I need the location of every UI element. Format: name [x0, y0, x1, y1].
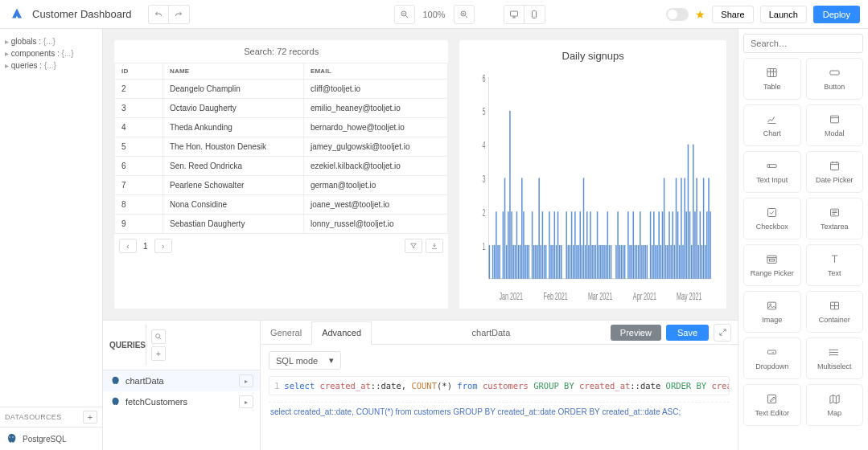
postgresql-icon — [109, 375, 121, 387]
component-text-input[interactable]: Text Input — [743, 151, 801, 193]
chart-widget[interactable]: Daily signups 123456Jan 2021Feb 2021Mar … — [459, 40, 726, 309]
mobile-view-button[interactable] — [525, 5, 545, 24]
svg-rect-94 — [631, 245, 632, 279]
share-button[interactable]: Share — [712, 6, 753, 23]
svg-rect-123 — [683, 245, 684, 279]
svg-rect-7 — [510, 11, 517, 16]
svg-rect-31 — [512, 211, 512, 279]
svg-rect-134 — [701, 245, 702, 279]
table-row[interactable]: 6Sen. Reed Ondrickaezekiel.kilback@toolj… — [115, 157, 448, 176]
search-components-input[interactable] — [743, 34, 863, 53]
multiselect-icon — [829, 346, 841, 358]
svg-rect-43 — [533, 245, 534, 279]
add-datasource-button[interactable]: + — [83, 411, 97, 423]
table-row[interactable]: 2Deangelo Champlincliff@tooljet.io — [115, 80, 448, 99]
table-row[interactable]: 9Sebastian Daughertylonny_russel@tooljet… — [115, 215, 448, 234]
component-modal[interactable]: Modal — [806, 104, 864, 146]
svg-rect-47 — [541, 245, 541, 279]
download-button[interactable] — [426, 239, 443, 253]
run-query-button[interactable]: ▸ — [239, 374, 253, 387]
filter-button[interactable] — [405, 239, 422, 253]
app-logo — [8, 6, 26, 23]
svg-text:May 2021: May 2021 — [677, 291, 702, 302]
query-item-chartData[interactable]: chartData▸ — [103, 370, 260, 391]
tab-general[interactable]: General — [261, 321, 311, 344]
table-row[interactable]: 7Pearlene Schowaltergerman@tooljet.io — [115, 176, 448, 195]
cell-name: Deangelo Champlin — [163, 80, 304, 99]
checkbox-icon — [766, 207, 778, 219]
component-textarea[interactable]: Textarea — [806, 198, 864, 239]
page-next-button[interactable]: › — [154, 239, 172, 253]
component-container[interactable]: Container — [806, 291, 864, 333]
svg-point-177 — [829, 350, 830, 350]
component-range-picker[interactable]: Range Picker — [743, 244, 801, 286]
svg-rect-38 — [524, 211, 525, 279]
component-date-picker[interactable]: Date Picker — [806, 151, 864, 193]
svg-rect-76 — [595, 245, 596, 279]
svg-rect-125 — [686, 211, 687, 279]
desktop-view-button[interactable] — [504, 5, 525, 24]
svg-rect-26 — [503, 211, 504, 279]
table-row[interactable]: 8Nona Considinejoane_west@tooljet.io — [115, 195, 448, 215]
datasource-postgresql[interactable]: PostgreSQL — [0, 428, 102, 450]
chart-icon — [766, 113, 778, 125]
svg-rect-115 — [669, 211, 670, 279]
sql-mode-select[interactable]: SQL mode ▾ — [269, 351, 341, 370]
svg-rect-131 — [697, 178, 697, 278]
expand-editor-button[interactable] — [714, 324, 731, 342]
svg-rect-109 — [659, 211, 660, 279]
component-table[interactable]: Table — [743, 58, 801, 100]
svg-rect-54 — [554, 211, 555, 279]
tree-item-globals[interactable]: ▸ globals : {...} — [5, 35, 97, 47]
svg-rect-93 — [630, 245, 631, 279]
column-header[interactable]: NAME — [163, 63, 304, 80]
svg-rect-62 — [571, 211, 572, 279]
search-queries-button[interactable] — [151, 329, 166, 344]
svg-rect-154 — [767, 165, 776, 168]
redo-button[interactable] — [169, 5, 190, 24]
column-header[interactable]: ID — [115, 63, 163, 80]
page-prev-button[interactable]: ‹ — [119, 239, 137, 253]
component-image[interactable]: Image — [743, 291, 801, 333]
column-header[interactable]: EMAIL — [303, 63, 447, 80]
component-chart[interactable]: Chart — [743, 104, 801, 146]
star-icon: ★ — [695, 8, 706, 21]
dark-mode-toggle[interactable] — [666, 8, 689, 21]
canvas[interactable]: Search: 72 records IDNAMEEMAIL 2Deangelo… — [103, 29, 738, 320]
tree-item-components[interactable]: ▸ components : {...} — [5, 47, 97, 59]
svg-rect-120 — [677, 211, 678, 279]
range-picker-icon — [766, 253, 778, 265]
component-checkbox[interactable]: Checkbox — [743, 198, 801, 239]
svg-rect-67 — [580, 211, 581, 279]
sql-editor[interactable]: 1select created_at::date, COUNT(*) from … — [269, 376, 730, 395]
undo-button[interactable] — [148, 5, 169, 24]
svg-rect-42 — [532, 211, 533, 279]
svg-rect-108 — [657, 245, 658, 279]
tab-advanced[interactable]: Advanced — [311, 321, 372, 345]
preview-button[interactable]: Preview — [611, 325, 661, 341]
component-map[interactable]: Map — [806, 384, 864, 426]
tree-item-queries[interactable]: ▸ queries : {...} — [5, 59, 97, 72]
table-row[interactable]: 5The Hon. Houston Denesikjamey_gulgowski… — [115, 137, 448, 157]
table-row[interactable]: 4Theda Ankundingbernardo_howe@tooljet.io — [115, 118, 448, 137]
query-item-fetchCustomers[interactable]: fetchCustomers▸ — [103, 391, 260, 412]
launch-button[interactable]: Launch — [760, 6, 807, 23]
add-query-button[interactable]: + — [151, 346, 166, 361]
component-button[interactable]: Button — [806, 58, 864, 100]
zoom-out-button[interactable] — [393, 5, 414, 24]
component-text[interactable]: Text — [806, 244, 864, 286]
zoom-in-button[interactable] — [454, 5, 475, 24]
save-button[interactable]: Save — [666, 325, 709, 341]
table-widget[interactable]: Search: 72 records IDNAMEEMAIL 2Deangelo… — [114, 40, 448, 309]
svg-rect-88 — [619, 245, 620, 279]
svg-rect-126 — [688, 145, 689, 279]
svg-text:Mar 2021: Mar 2021 — [588, 291, 612, 302]
table-row[interactable]: 3Octavio Daughertyemilio_heaney@tooljet.… — [115, 99, 448, 118]
component-dropdown[interactable]: Dropdown — [743, 338, 801, 379]
run-query-button[interactable]: ▸ — [239, 395, 253, 408]
cell-id: 3 — [115, 99, 163, 118]
component-text-editor[interactable]: Text Editor — [743, 384, 801, 426]
container-icon — [829, 300, 841, 312]
component-multiselect[interactable]: Multiselect — [806, 338, 864, 379]
deploy-button[interactable]: Deploy — [813, 6, 860, 23]
